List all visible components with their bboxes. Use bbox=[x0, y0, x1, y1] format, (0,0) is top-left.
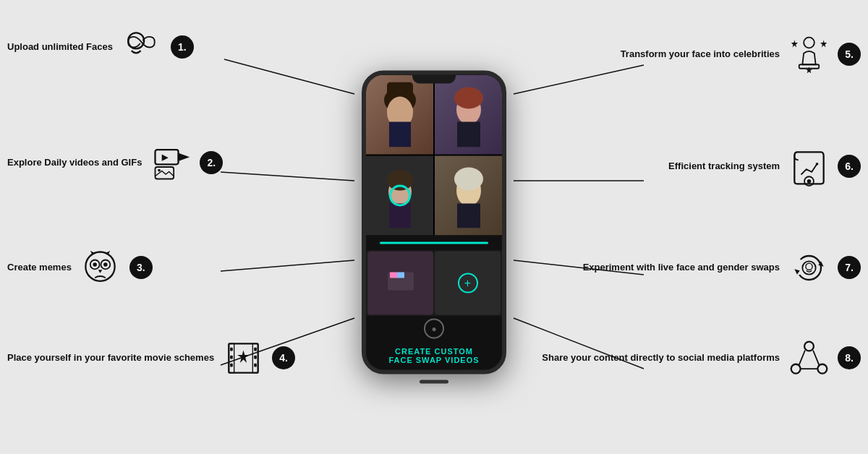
svg-line-0 bbox=[224, 59, 354, 94]
movie-icon bbox=[221, 336, 265, 380]
svg-marker-28 bbox=[237, 350, 250, 362]
svg-rect-36 bbox=[457, 122, 480, 147]
svg-rect-23 bbox=[230, 355, 233, 359]
svg-point-46 bbox=[804, 37, 814, 48]
svg-marker-48 bbox=[791, 40, 797, 47]
main-container: Upload unlimited Faces 1. Explore Daily … bbox=[0, 0, 868, 454]
feature-2-text: Explore Daily videos and GIFs bbox=[7, 157, 142, 169]
badge-6: 6. bbox=[838, 155, 861, 178]
svg-rect-27 bbox=[254, 363, 257, 367]
gender-swap-icon bbox=[787, 246, 830, 289]
upload-faces-icon bbox=[120, 25, 163, 69]
badge-5: 5. bbox=[838, 43, 861, 66]
camera-button[interactable]: ● bbox=[424, 319, 444, 339]
badge-2: 2. bbox=[200, 151, 223, 174]
phone-mockup: + ● CREATE CUSTOM FACE SWAP VIDEOS bbox=[362, 71, 506, 384]
svg-point-51 bbox=[815, 163, 818, 166]
svg-rect-26 bbox=[254, 355, 257, 359]
feature-7: 7. Experiment with live face and gender … bbox=[583, 246, 861, 289]
svg-point-60 bbox=[791, 364, 800, 373]
svg-rect-39 bbox=[389, 204, 411, 228]
svg-rect-45 bbox=[397, 272, 404, 278]
swap-bar-line bbox=[380, 241, 488, 244]
badge-4: 4. bbox=[272, 346, 295, 369]
video-gif-icon bbox=[149, 141, 192, 184]
feature-6-text: Efficient tracking system bbox=[668, 160, 780, 173]
phone-frame: + ● CREATE CUSTOM FACE SWAP VIDEOS bbox=[362, 71, 506, 374]
svg-point-61 bbox=[817, 364, 827, 373]
grid-cell-2 bbox=[435, 75, 502, 155]
feature-1: Upload unlimited Faces 1. bbox=[7, 25, 194, 69]
svg-point-35 bbox=[454, 87, 483, 109]
svg-point-59 bbox=[804, 341, 814, 351]
grid-cell-4 bbox=[435, 156, 502, 236]
badge-3: 3. bbox=[129, 256, 153, 279]
selection-circle bbox=[389, 185, 411, 207]
grid-cell-1 bbox=[366, 75, 433, 155]
add-button[interactable]: + bbox=[458, 273, 478, 294]
bottom-cell-1 bbox=[367, 252, 433, 315]
feature-7-text: Experiment with live face and gender swa… bbox=[583, 262, 780, 274]
svg-rect-22 bbox=[230, 347, 233, 351]
svg-marker-57 bbox=[794, 269, 799, 274]
svg-point-18 bbox=[103, 262, 108, 267]
badge-1: 1. bbox=[171, 35, 194, 59]
phone-title: CREATE CUSTOM FACE SWAP VIDEOS bbox=[366, 341, 502, 370]
meme-icon bbox=[79, 246, 122, 289]
svg-line-1 bbox=[221, 172, 354, 181]
feature-5-text: Transform your face into celebrities bbox=[621, 48, 780, 61]
badge-8: 8. bbox=[838, 346, 861, 369]
camera-row: ● bbox=[366, 317, 502, 341]
feature-3: Create memes 3. bbox=[7, 246, 153, 289]
svg-marker-10 bbox=[178, 153, 187, 160]
tracking-icon bbox=[787, 145, 830, 188]
feature-3-text: Create memes bbox=[7, 262, 72, 274]
badge-7: 7. bbox=[838, 256, 861, 279]
svg-rect-42 bbox=[457, 204, 480, 228]
swap-bar bbox=[366, 236, 502, 250]
svg-rect-25 bbox=[254, 347, 257, 351]
phone-home-indicator bbox=[420, 380, 448, 384]
phone-notch bbox=[412, 75, 456, 84]
svg-point-13 bbox=[158, 168, 161, 171]
svg-point-53 bbox=[807, 179, 811, 183]
svg-rect-33 bbox=[389, 122, 411, 147]
svg-marker-11 bbox=[162, 154, 169, 160]
phone-screen: + ● CREATE CUSTOM FACE SWAP VIDEOS bbox=[366, 75, 502, 370]
bottom-cell-2: + bbox=[435, 252, 501, 315]
svg-rect-24 bbox=[230, 363, 233, 367]
screen-bottom: + bbox=[366, 250, 502, 317]
svg-marker-50 bbox=[805, 67, 812, 73]
feature-1-text: Upload unlimited Faces bbox=[7, 41, 113, 53]
svg-line-2 bbox=[221, 260, 354, 271]
svg-line-62 bbox=[799, 350, 804, 364]
grid-cell-3 bbox=[366, 156, 433, 236]
face-grid bbox=[366, 75, 502, 236]
svg-point-17 bbox=[93, 262, 98, 267]
feature-8: 8. Share your content directly to social… bbox=[542, 336, 861, 380]
feature-6: 6. Efficient tracking system bbox=[668, 145, 861, 188]
svg-rect-44 bbox=[390, 272, 397, 278]
svg-line-63 bbox=[813, 350, 819, 364]
svg-point-54 bbox=[797, 256, 821, 280]
feature-2: Explore Daily videos and GIFs 2. bbox=[7, 141, 223, 184]
share-icon bbox=[787, 336, 830, 380]
svg-marker-49 bbox=[820, 40, 827, 47]
svg-point-41 bbox=[454, 168, 483, 191]
feature-4: Place yourself in your favorite movie sc… bbox=[7, 336, 295, 380]
svg-point-58 bbox=[805, 263, 812, 270]
feature-8-text: Share your content directly to social me… bbox=[542, 352, 780, 364]
feature-5: 5. Transform your face into celebrities bbox=[621, 33, 861, 76]
celebrity-icon bbox=[787, 33, 830, 76]
feature-4-text: Place yourself in your favorite movie sc… bbox=[7, 352, 214, 364]
